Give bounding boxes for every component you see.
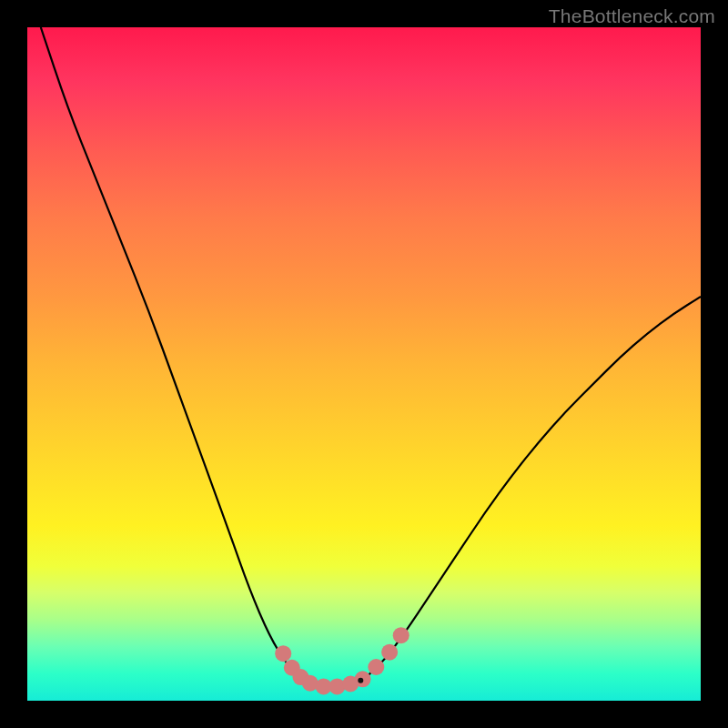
marker-left-top — [275, 645, 291, 662]
chart-area — [27, 27, 701, 701]
marker-right-2 — [368, 659, 384, 675]
valley-markers — [275, 627, 410, 694]
right-curve — [364, 297, 701, 679]
marker-right-3 — [381, 644, 398, 661]
dark-point — [358, 678, 363, 683]
chart-svg — [27, 27, 701, 701]
watermark: TheBottleneck.com — [549, 5, 715, 27]
marker-bottom-3 — [329, 678, 345, 694]
marker-right-top — [393, 627, 410, 643]
left-curve — [41, 27, 310, 684]
